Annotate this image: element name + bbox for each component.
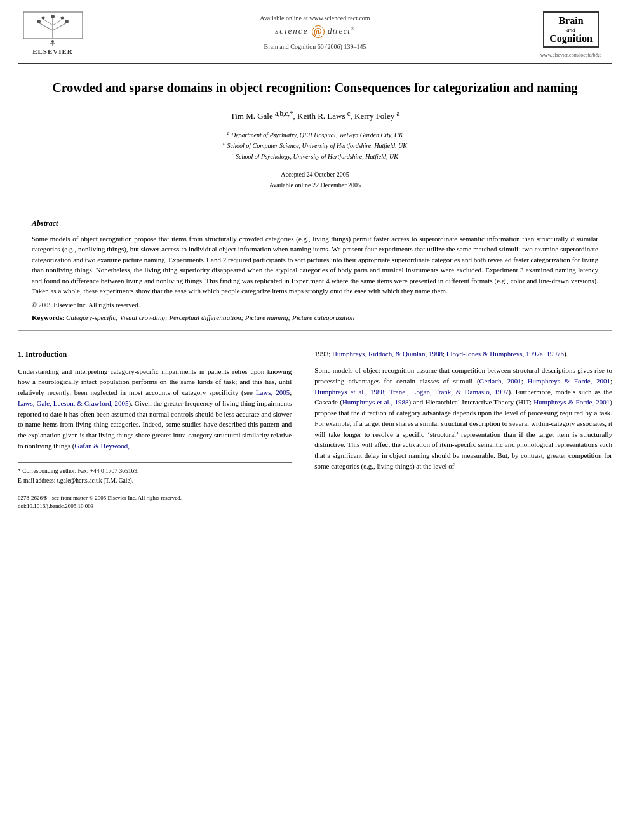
journal-url: www.elsevier.com/locate/b&c	[530, 52, 612, 58]
affiliation-b: b School of Computer Science, University…	[51, 140, 579, 151]
svg-point-7	[65, 20, 69, 23]
laws-gale-ref[interactable]: Laws, Gale, Leeson, & Crawford, 2005	[18, 399, 129, 407]
svg-point-9	[60, 17, 64, 20]
brain-cognition-area: Brain and Cognition www.elsevier.com/loc…	[530, 11, 612, 58]
intro-para-3: Some models of object recognition assume…	[314, 365, 612, 471]
tranel-ref[interactable]: Tranel, Logan, Frank, & Damasio, 1997	[389, 388, 509, 396]
elsevier-logo-area: ELSEVIER	[18, 11, 100, 56]
authors: Tim M. Gale a,b,c,*, Keith R. Laws c, Ke…	[51, 109, 579, 121]
section-divider-1	[18, 210, 612, 210]
affiliation-a: a Department of Psychiatry, QEII Hospita…	[51, 130, 579, 140]
footnote-area: * Corresponding author. Fax: +44 0 1707 …	[18, 462, 292, 485]
humphreys-1988b-ref[interactable]: Humphreys et al., 1988	[314, 388, 384, 396]
humphreys-1988-ref[interactable]: Humphreys, Riddoch, & Quinlan, 1988	[332, 350, 443, 357]
header-center: Available online at www.sciencedirect.co…	[100, 11, 530, 50]
svg-line-5	[53, 19, 62, 25]
brain-title: Brain	[549, 15, 593, 27]
available-online-text: Available online at www.sciencedirect.co…	[100, 15, 530, 22]
footnote-email: E-mail address: t.gale@herts.ac.uk (T.M.…	[18, 476, 292, 485]
affiliation-marker-a2: a	[397, 109, 400, 117]
footnote-star: * Corresponding author. Fax: +44 0 1707 …	[18, 467, 292, 476]
affiliation-c: c School of Psychology, University of He…	[51, 151, 579, 162]
affiliations: a Department of Psychiatry, QEII Hospita…	[51, 130, 579, 163]
keywords-label: Keywords:	[32, 314, 64, 321]
doi-text: doi:10.1016/j.bandc.2005.10.003	[18, 502, 292, 511]
abstract-text: Some models of object recognition propos…	[32, 234, 598, 297]
humphreys-1988c-ref[interactable]: Humphreys et al., 1988	[342, 398, 409, 406]
sciencedirect-logo: science @ direct®	[100, 25, 530, 38]
brain-cognition-box: Brain and Cognition	[543, 11, 599, 48]
keywords-values: Category-specific; Visual crowding; Perc…	[66, 314, 354, 321]
abstract-section: Abstract Some models of object recogniti…	[0, 219, 630, 321]
header: ELSEVIER Available online at www.science…	[0, 0, 630, 63]
keywords: Keywords: Category-specific; Visual crow…	[32, 314, 598, 321]
elsevier-tree-icon	[23, 11, 83, 46]
lloyd-jones-ref[interactable]: Lloyd-Jones & Humphreys, 1997a, 1997b	[446, 350, 564, 357]
col-right: 1993; Humphreys, Riddoch, & Quinlan, 198…	[303, 349, 612, 511]
two-col-body: 1. Introduction Understanding and interp…	[0, 340, 630, 511]
svg-point-8	[41, 17, 44, 20]
issn-text: 0278-2626/$ - see front matter © 2005 El…	[18, 494, 292, 503]
col-left: 1. Introduction Understanding and interp…	[18, 349, 303, 511]
intro-para-2: 1993; Humphreys, Riddoch, & Quinlan, 198…	[314, 349, 612, 359]
available-online-date: Available online 22 December 2005	[51, 180, 579, 190]
svg-point-11	[51, 40, 54, 43]
affiliation-marker-a: a,b,c,*	[275, 109, 293, 117]
humphreys-forde-2001b-ref[interactable]: Humphreys & Forde, 2001	[533, 398, 610, 406]
article-title: Crowded and sparse domains in object rec…	[51, 79, 579, 97]
intro-heading: 1. Introduction	[18, 349, 292, 360]
page: ELSEVIER Available online at www.science…	[0, 0, 630, 840]
copyright: © 2005 Elsevier Inc. All rights reserved…	[32, 302, 598, 309]
accepted-date: Accepted 24 October 2005	[51, 169, 579, 180]
gafan-heywood-ref[interactable]: Gafan & Heywood,	[75, 442, 130, 450]
cognition-title: Cognition	[549, 33, 593, 44]
issn-line: 0278-2626/$ - see front matter © 2005 El…	[18, 494, 292, 511]
dates: Accepted 24 October 2005 Available onlin…	[51, 169, 579, 190]
title-section: Crowded and sparse domains in object rec…	[0, 64, 630, 200]
gerlach-2001-ref[interactable]: Gerlach, 2001	[479, 377, 521, 385]
svg-line-4	[43, 19, 53, 25]
intro-para-1: Understanding and interpreting category-…	[18, 366, 292, 451]
laws-2005-ref[interactable]: Laws, 2005	[256, 389, 290, 396]
journal-name: Brain and Cognition 60 (2006) 139–145	[100, 43, 530, 50]
svg-point-6	[37, 20, 41, 23]
affiliation-marker-c: c	[347, 109, 351, 117]
svg-point-10	[51, 15, 55, 18]
humphreys-forde-2001-ref[interactable]: Humphreys & Forde, 2001	[528, 377, 610, 385]
section-divider-2	[18, 330, 612, 331]
abstract-heading: Abstract	[32, 219, 598, 229]
brain-and-text: and	[549, 27, 593, 33]
elsevier-wordmark: ELSEVIER	[32, 48, 73, 55]
